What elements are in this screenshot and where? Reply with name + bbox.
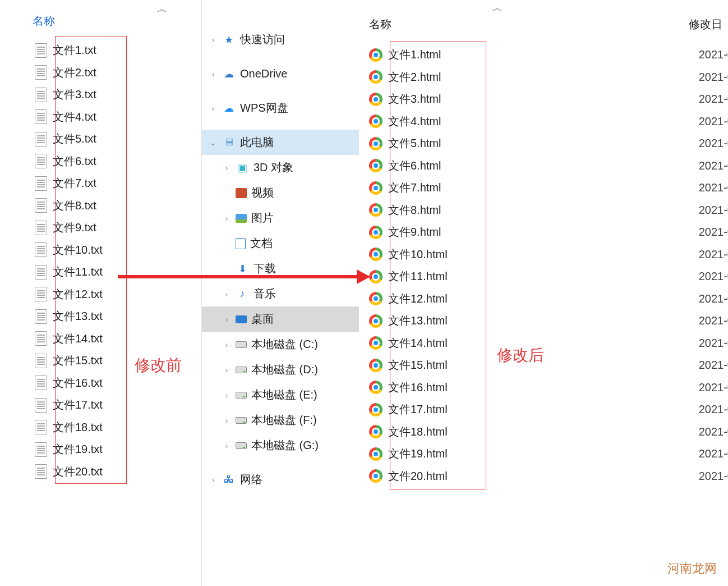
file-item[interactable]: 文件15.txt — [35, 350, 103, 372]
file-date: 2021-0 — [699, 381, 728, 394]
file-date: 2021-0 — [699, 470, 728, 483]
file-date: 2021-0 — [699, 115, 728, 128]
file-name: 文件8.html — [388, 203, 441, 218]
file-item[interactable]: 文件18.txt — [35, 416, 103, 439]
chevron-right-icon[interactable]: › — [209, 104, 218, 113]
file-item[interactable]: 文件17.txt — [35, 394, 103, 416]
file-item[interactable]: 文件9.html2021-0 — [369, 221, 728, 244]
chevron-right-icon[interactable]: › — [222, 340, 231, 349]
tree-item-video[interactable]: 视频 — [202, 180, 359, 205]
file-item[interactable]: 文件13.txt — [35, 305, 103, 328]
tree-item-onedrive[interactable]: ›☁OneDrive — [202, 61, 359, 86]
chevron-right-icon[interactable]: › — [222, 163, 231, 172]
tree-label: 本地磁盘 (G:) — [251, 438, 319, 453]
chrome-icon — [369, 115, 383, 128]
file-item[interactable]: 文件4.txt — [35, 106, 103, 129]
file-item[interactable]: 文件16.html2021-0 — [369, 377, 728, 399]
file-item[interactable]: 文件14.txt — [35, 328, 103, 350]
sort-caret-icon[interactable]: ︿ — [157, 2, 167, 16]
txt-file-icon — [35, 354, 47, 368]
file-item[interactable]: 文件17.html2021-0 — [369, 399, 728, 421]
pc-icon: 🖥 — [222, 136, 236, 149]
chevron-right-icon[interactable]: › — [222, 416, 231, 425]
file-item[interactable]: 文件7.txt — [35, 172, 103, 195]
chrome-icon — [369, 93, 383, 106]
chrome-icon — [369, 403, 383, 416]
file-item[interactable]: 文件10.txt — [35, 239, 103, 262]
chevron-right-icon[interactable]: › — [222, 214, 231, 223]
file-item[interactable]: 文件8.txt — [35, 195, 103, 217]
sort-caret-icon[interactable]: ︿ — [492, 1, 503, 15]
file-name: 文件19.html — [388, 446, 448, 461]
column-header-name[interactable]: 名称 — [33, 13, 55, 29]
tree-item-music[interactable]: ›♪音乐 — [202, 281, 359, 306]
chevron-right-icon[interactable]: › — [209, 475, 218, 484]
file-item[interactable]: 文件3.html2021-0 — [369, 88, 728, 111]
file-item[interactable]: 文件12.html2021-0 — [369, 288, 728, 310]
file-name: 文件2.html — [388, 70, 441, 85]
file-item[interactable]: 文件4.html2021-0 — [369, 111, 728, 133]
chevron-right-icon[interactable]: › — [222, 365, 231, 374]
file-item[interactable]: 文件15.html2021-0 — [369, 354, 728, 377]
file-item[interactable]: 文件16.txt — [35, 372, 103, 395]
chevron-right-icon[interactable]: › — [222, 315, 231, 324]
file-item[interactable]: 文件8.html2021-0 — [369, 199, 728, 222]
file-item[interactable]: 文件9.txt — [35, 217, 103, 239]
txt-file-icon — [35, 309, 47, 324]
file-name: 文件1.txt — [53, 43, 96, 58]
file-item[interactable]: 文件5.txt — [35, 128, 103, 150]
chevron-right-icon[interactable]: › — [222, 441, 231, 450]
file-name: 文件19.txt — [53, 442, 103, 457]
file-date: 2021-0 — [699, 159, 728, 172]
file-item[interactable]: 文件6.txt — [35, 150, 103, 173]
file-date: 2021-0 — [699, 226, 728, 239]
tree-item-disk[interactable]: ›本地磁盘 (D:) — [202, 357, 359, 382]
column-header-name[interactable]: 名称 — [369, 17, 391, 32]
file-name: 文件13.html — [388, 313, 448, 328]
tree-item-disk[interactable]: ›本地磁盘 (G:) — [202, 433, 359, 458]
file-item[interactable]: 文件10.html2021-0 — [369, 244, 728, 266]
file-item[interactable]: 文件19.html2021-0 — [369, 443, 728, 465]
file-item[interactable]: 文件3.txt — [35, 84, 103, 106]
file-name: 文件12.html — [388, 291, 448, 306]
tree-item-wps[interactable]: ›☁WPS网盘 — [202, 95, 359, 121]
file-date: 2021-0 — [699, 359, 728, 372]
chevron-right-icon[interactable]: › — [209, 35, 218, 44]
tree-label: 网络 — [240, 472, 262, 487]
file-item[interactable]: 文件11.html2021-0 — [369, 265, 728, 288]
tree-item-network[interactable]: ›🖧网络 — [202, 467, 359, 492]
column-header-date[interactable]: 修改日 — [689, 17, 722, 32]
tree-item-3d[interactable]: ›▣3D 对象 — [202, 155, 359, 180]
file-item[interactable]: 文件1.txt — [35, 39, 103, 62]
file-item[interactable]: 文件6.html2021-0 — [369, 155, 728, 177]
panel-before: ︿ 名称 文件1.txt文件2.txt文件3.txt文件4.txt文件5.txt… — [0, 0, 202, 586]
chevron-right-icon[interactable]: › — [222, 290, 231, 299]
chevron-down-icon[interactable]: ⌄ — [209, 138, 218, 147]
tree-item-star[interactable]: ›★快速访问 — [202, 27, 359, 52]
file-item[interactable]: 文件1.html2021-0 — [369, 44, 728, 66]
file-item[interactable]: 文件14.html2021-0 — [369, 332, 728, 355]
file-item[interactable]: 文件18.html2021-0 — [369, 421, 728, 443]
file-item[interactable]: 文件2.html2021-0 — [369, 66, 728, 89]
tree-item-pc[interactable]: ⌄🖥此电脑 — [202, 130, 359, 155]
file-item[interactable]: 文件7.html2021-0 — [369, 177, 728, 199]
tree-item-disk[interactable]: ›本地磁盘 (E:) — [202, 382, 359, 408]
txt-file-icon — [35, 88, 47, 102]
chevron-right-icon[interactable]: › — [209, 70, 218, 79]
file-item[interactable]: 文件20.html2021-0 — [369, 465, 728, 488]
tree-item-doc[interactable]: 文档 — [202, 231, 359, 256]
file-item[interactable]: 文件2.txt — [35, 62, 103, 84]
tree-item-desktop[interactable]: ›桌面 — [202, 306, 359, 332]
file-item[interactable]: 文件20.txt — [35, 461, 103, 483]
file-item[interactable]: 文件12.txt — [35, 283, 103, 306]
file-item[interactable]: 文件5.html2021-0 — [369, 132, 728, 155]
chevron-right-icon[interactable]: › — [222, 391, 231, 400]
chrome-icon — [369, 359, 383, 372]
file-item[interactable]: 文件13.html2021-0 — [369, 310, 728, 332]
file-item[interactable]: 文件11.txt — [35, 261, 103, 283]
chrome-icon — [369, 381, 383, 394]
tree-item-disk[interactable]: ›本地磁盘 (F:) — [202, 408, 359, 433]
tree-item-win[interactable]: ›本地磁盘 (C:) — [202, 332, 359, 357]
file-item[interactable]: 文件19.txt — [35, 438, 103, 461]
tree-item-pic[interactable]: ›图片 — [202, 205, 359, 231]
